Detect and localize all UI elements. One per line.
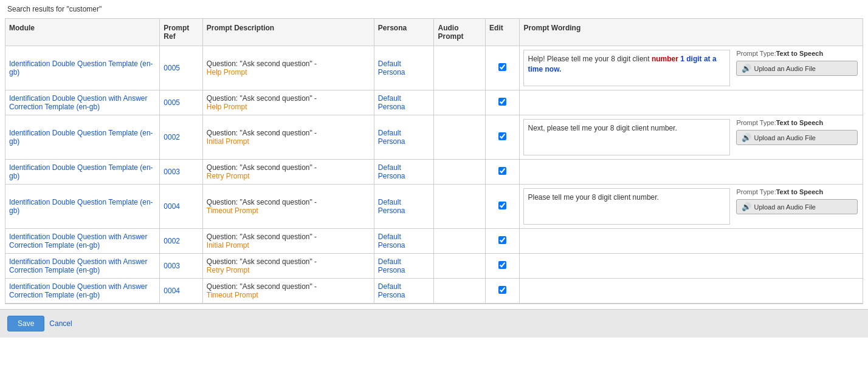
promptref-link[interactable]: 0005	[164, 64, 180, 72]
persona-link[interactable]: Default Persona	[378, 257, 405, 274]
prompt-desc-q: Question: "Ask second question" -	[207, 59, 317, 68]
cell-promptwording	[520, 254, 863, 279]
promptref-link[interactable]: 0003	[164, 262, 180, 270]
prompt-desc-link[interactable]: Retry Prompt	[207, 266, 250, 274]
edit-checkbox[interactable]	[498, 202, 506, 209]
upload-label: Upload an Audio File	[754, 134, 816, 141]
cell-module: Identification Double Question Template …	[5, 115, 160, 160]
cell-promptdesc: Question: "Ask second question" -Retry P…	[202, 160, 374, 185]
promptref-link[interactable]: 0002	[164, 237, 180, 245]
module-link[interactable]: Identification Double Question with Answ…	[9, 257, 147, 274]
cell-promptwording	[520, 279, 863, 304]
prompt-desc-q: Question: "Ask second question" -	[207, 198, 317, 206]
cell-promptref: 0002	[160, 115, 203, 160]
cell-promptwording: Help! Please tell me your 8 digit client…	[520, 46, 863, 90]
prompt-type-label: Prompt Type:Text to Speech	[736, 119, 858, 126]
prompt-desc-q: Question: "Ask second question" -	[207, 94, 317, 103]
cell-edit	[486, 229, 520, 254]
module-link[interactable]: Identification Double Question Template …	[9, 163, 153, 180]
persona-link[interactable]: Default Persona	[378, 59, 405, 76]
prompt-desc-link[interactable]: Initial Prompt	[207, 137, 249, 146]
cell-persona: Default Persona	[374, 229, 434, 254]
cell-promptdesc: Question: "Ask second question" -Initial…	[202, 115, 374, 160]
table-row: Identification Double Question Template …	[5, 46, 863, 90]
prompt-desc-link[interactable]: Help Prompt	[207, 103, 247, 111]
promptref-link[interactable]: 0005	[164, 98, 180, 107]
prompt-desc-link[interactable]: Timeout Prompt	[207, 206, 258, 215]
upload-label: Upload an Audio File	[754, 65, 816, 72]
speaker-icon: 🔊	[742, 133, 751, 142]
upload-audio-button[interactable]: 🔊Upload an Audio File	[736, 199, 858, 214]
edit-checkbox[interactable]	[498, 167, 506, 175]
prompt-text-box: Please tell me your 8 digit client numbe…	[523, 188, 730, 225]
module-link[interactable]: Identification Double Question Template …	[9, 59, 153, 76]
cell-promptref: 0003	[160, 254, 203, 279]
cell-persona: Default Persona	[374, 254, 434, 279]
prompt-type-label: Prompt Type:Text to Speech	[736, 50, 858, 57]
search-results-header: Search results for "customer"	[0, 0, 868, 18]
upload-audio-button[interactable]: 🔊Upload an Audio File	[736, 130, 858, 145]
cell-audioprompt	[434, 254, 486, 279]
prompt-wording-container: Please tell me your 8 digit client numbe…	[523, 188, 859, 225]
cell-promptref: 0005	[160, 46, 203, 90]
prompt-desc-link[interactable]: Help Prompt	[207, 68, 247, 76]
module-link[interactable]: Identification Double Question with Answ…	[9, 94, 147, 111]
cell-promptref: 0002	[160, 229, 203, 254]
prompt-desc-link[interactable]: Initial Prompt	[207, 241, 249, 250]
cell-persona: Default Persona	[374, 279, 434, 304]
prompt-desc-q: Question: "Ask second question" -	[207, 129, 317, 137]
cell-persona: Default Persona	[374, 46, 434, 90]
cell-audioprompt	[434, 115, 486, 160]
cell-promptref: 0003	[160, 160, 203, 185]
cell-audioprompt	[434, 90, 486, 115]
search-label: Search results for	[7, 5, 66, 13]
module-link[interactable]: Identification Double Question with Answ…	[9, 282, 147, 299]
prompt-wording-container: Next, please tell me your 8 digit client…	[523, 119, 859, 155]
upload-audio-button[interactable]: 🔊Upload an Audio File	[736, 61, 858, 76]
cell-promptref: 0004	[160, 185, 203, 229]
prompt-desc-q: Question: "Ask second question" -	[207, 282, 317, 291]
cell-audioprompt	[434, 46, 486, 90]
persona-link[interactable]: Default Persona	[378, 94, 405, 111]
cell-promptdesc: Question: "Ask second question" -Help Pr…	[202, 46, 374, 90]
prompt-desc-link[interactable]: Retry Prompt	[207, 172, 250, 180]
speaker-icon: 🔊	[742, 64, 751, 73]
table-row: Identification Double Question with Answ…	[5, 90, 863, 115]
persona-link[interactable]: Default Persona	[378, 233, 405, 250]
module-link[interactable]: Identification Double Question Template …	[9, 129, 153, 146]
cell-edit	[486, 254, 520, 279]
cancel-button[interactable]: Cancel	[49, 319, 72, 328]
persona-link[interactable]: Default Persona	[378, 163, 405, 180]
promptref-link[interactable]: 0004	[164, 202, 180, 211]
promptref-link[interactable]: 0002	[164, 133, 180, 141]
cell-promptdesc: Question: "Ask second question" -Help Pr…	[202, 90, 374, 115]
prompt-type-section: Prompt Type:Text to Speech🔊Upload an Aud…	[736, 50, 858, 76]
edit-checkbox[interactable]	[498, 236, 506, 244]
save-button[interactable]: Save	[7, 316, 44, 331]
cell-promptwording: Please tell me your 8 digit client numbe…	[520, 185, 863, 229]
edit-checkbox[interactable]	[498, 98, 506, 106]
cell-edit	[486, 115, 520, 160]
prompt-desc-link[interactable]: Timeout Prompt	[207, 291, 258, 299]
module-link[interactable]: Identification Double Question Template …	[9, 198, 153, 215]
cell-promptdesc: Question: "Ask second question" -Retry P…	[202, 254, 374, 279]
table-header-row: Module PromptRef Prompt Description Pers…	[5, 19, 863, 46]
edit-checkbox[interactable]	[498, 63, 506, 71]
edit-checkbox[interactable]	[498, 261, 506, 269]
persona-link[interactable]: Default Persona	[378, 282, 405, 299]
prompt-desc-q: Question: "Ask second question" -	[207, 233, 317, 241]
edit-checkbox[interactable]	[498, 132, 506, 140]
persona-link[interactable]: Default Persona	[378, 129, 405, 146]
col-header-audioprompt: AudioPrompt	[434, 19, 486, 46]
cell-edit	[486, 160, 520, 185]
promptref-link[interactable]: 0004	[164, 287, 180, 295]
promptref-link[interactable]: 0003	[164, 168, 180, 176]
cell-module: Identification Double Question with Answ…	[5, 90, 160, 115]
persona-link[interactable]: Default Persona	[378, 198, 405, 215]
cell-module: Identification Double Question with Answ…	[5, 254, 160, 279]
module-link[interactable]: Identification Double Question with Answ…	[9, 233, 147, 250]
cell-audioprompt	[434, 185, 486, 229]
cell-promptwording: Next, please tell me your 8 digit client…	[520, 115, 863, 160]
cell-audioprompt	[434, 229, 486, 254]
edit-checkbox[interactable]	[498, 286, 506, 294]
